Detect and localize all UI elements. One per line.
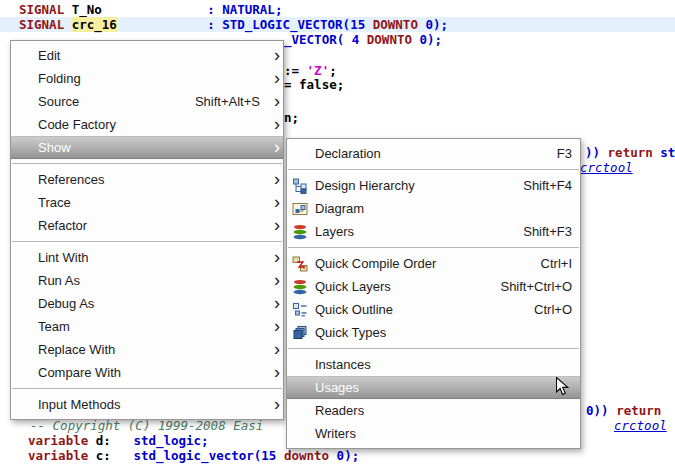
menu-item-label: References	[38, 172, 104, 187]
menu-item-refactor[interactable]: Refactor›	[11, 214, 283, 237]
code-token: DOWNTO	[367, 32, 412, 47]
menu-separator	[12, 163, 282, 164]
menu-separator	[288, 348, 579, 349]
code-token: );	[344, 448, 359, 463]
submenu-item-declaration[interactable]: DeclarationF3	[287, 142, 580, 165]
menu-item-label: Diagram	[315, 201, 364, 216]
submenu-item-readers[interactable]: Readers	[287, 399, 580, 422]
menu-item-source[interactable]: SourceShift+Alt+S›	[11, 90, 283, 113]
code-token: DOWNTO	[373, 17, 418, 32]
code-fragment: SIGNAL crc_16 : STD_LOGIC_VECTOR(15 DOWN…	[19, 17, 448, 32]
menu-item-code-factory[interactable]: Code Factory›	[11, 113, 283, 136]
code-token	[359, 32, 367, 47]
layers-icon	[292, 279, 308, 295]
submenu-item-writers[interactable]: Writers	[287, 422, 580, 445]
menu-item-label: Run As	[38, 273, 80, 288]
menu-item-label: Declaration	[315, 146, 381, 161]
code-fragment: )) return st	[585, 145, 675, 160]
code-fragment: crctool	[580, 160, 633, 175]
menu-shortcut: Shift+Ctrl+O	[482, 279, 572, 294]
code-token: variable	[28, 448, 88, 463]
code-fragment: -- Copyright (C) 1999-2008 Easi	[30, 418, 263, 433]
submenu-item-quick-types[interactable]: Quick Types	[287, 321, 580, 344]
mouse-cursor-icon	[556, 377, 570, 397]
code-token	[64, 17, 72, 32]
design-hierarchy-icon	[292, 178, 308, 194]
code-token: 'Z'	[307, 63, 330, 78]
submenu-item-design-hierarchy[interactable]: Design HierarchyShift+F4	[287, 174, 580, 197]
show-submenu: DeclarationF3Design HierarchyShift+F4Dia…	[286, 138, 581, 449]
submenu-arrow-icon: ›	[260, 317, 280, 335]
menu-item-run-as[interactable]: Run As›	[11, 269, 283, 292]
menu-item-label: Replace With	[38, 342, 115, 357]
code-token: SIGNAL	[19, 17, 64, 32]
code-fragment: 0)) return	[586, 403, 661, 418]
menu-separator	[288, 247, 579, 248]
blank-icon	[292, 380, 308, 396]
blank-icon	[292, 146, 308, 162]
submenu-arrow-icon: ›	[260, 92, 280, 110]
menu-item-input-methods[interactable]: Input Methods›	[11, 393, 283, 416]
menu-item-label: Source	[38, 94, 79, 109]
menu-item-label: Code Factory	[38, 117, 116, 132]
code-fragment: = false;	[284, 77, 344, 92]
menu-item-compare-with[interactable]: Compare With›	[11, 361, 283, 384]
code-token: variable	[28, 433, 88, 448]
menu-item-lint-with[interactable]: Lint With›	[11, 246, 283, 269]
submenu-item-quick-outline[interactable]: Quick OutlineCtrl+O	[287, 298, 580, 321]
menu-separator	[12, 241, 282, 242]
code-token: =	[284, 77, 299, 92]
submenu-arrow-icon: ›	[260, 138, 280, 156]
menu-item-folding[interactable]: Folding›	[11, 67, 283, 90]
code-token	[600, 145, 608, 160]
code-token: 15	[261, 448, 276, 463]
crctool-link[interactable]: crctool	[614, 418, 667, 433]
code-token: std_logic;	[133, 433, 208, 448]
submenu-item-instances[interactable]: Instances	[287, 353, 580, 376]
menu-item-references[interactable]: References›	[11, 168, 283, 191]
menu-item-label: Quick Layers	[315, 279, 391, 294]
code-token: 15	[350, 17, 365, 32]
submenu-arrow-icon: ›	[260, 193, 280, 211]
diagram-icon	[292, 201, 308, 217]
code-token: return	[616, 403, 661, 418]
menu-item-label: Edit	[38, 48, 60, 63]
code-token: ))	[594, 403, 609, 418]
code-token	[609, 403, 617, 418]
submenu-item-quick-layers[interactable]: Quick LayersShift+Ctrl+O	[287, 275, 580, 298]
menu-item-label: Folding	[38, 71, 81, 86]
menu-item-label: Design Hierarchy	[315, 178, 415, 193]
menu-shortcut: Shift+F3	[505, 224, 572, 239]
code-token: :=	[284, 63, 307, 78]
code-token: ;	[329, 63, 337, 78]
outline-icon	[292, 302, 308, 318]
menu-item-label: Quick Types	[315, 325, 386, 340]
submenu-arrow-icon: ›	[260, 395, 280, 413]
menu-item-team[interactable]: Team›	[11, 315, 283, 338]
menu-item-trace[interactable]: Trace›	[11, 191, 283, 214]
menu-shortcut: Ctrl+O	[516, 302, 572, 317]
code-token: d:	[88, 433, 133, 448]
code-token: return	[608, 145, 653, 160]
code-token: downto	[284, 448, 329, 463]
submenu-item-usages[interactable]: Usages	[287, 376, 580, 399]
blank-icon	[292, 403, 308, 419]
submenu-arrow-icon: ›	[260, 294, 280, 312]
menu-item-show[interactable]: Show›	[11, 136, 283, 159]
compile-order-icon	[292, 256, 308, 272]
menu-item-replace-with[interactable]: Replace With›	[11, 338, 283, 361]
menu-item-label: Debug As	[38, 296, 94, 311]
menu-shortcut: Ctrl+I	[523, 256, 572, 271]
layers-icon	[292, 224, 308, 240]
types-icon	[292, 325, 308, 341]
menu-shortcut: Shift+F4	[505, 178, 572, 193]
submenu-item-layers[interactable]: LayersShift+F3	[287, 220, 580, 243]
submenu-item-quick-compile-order[interactable]: Quick Compile OrderCtrl+I	[287, 252, 580, 275]
submenu-item-diagram[interactable]: Diagram	[287, 197, 580, 220]
crctool-link[interactable]: crctool	[580, 160, 633, 175]
menu-item-edit[interactable]: Edit›	[11, 44, 283, 67]
code-fragment: crctool	[614, 418, 667, 433]
highlighted-occurrence: crc_16	[72, 17, 117, 32]
menu-item-debug-as[interactable]: Debug As›	[11, 292, 283, 315]
code-token: : STD_LOGIC_VECTOR(	[207, 17, 350, 32]
